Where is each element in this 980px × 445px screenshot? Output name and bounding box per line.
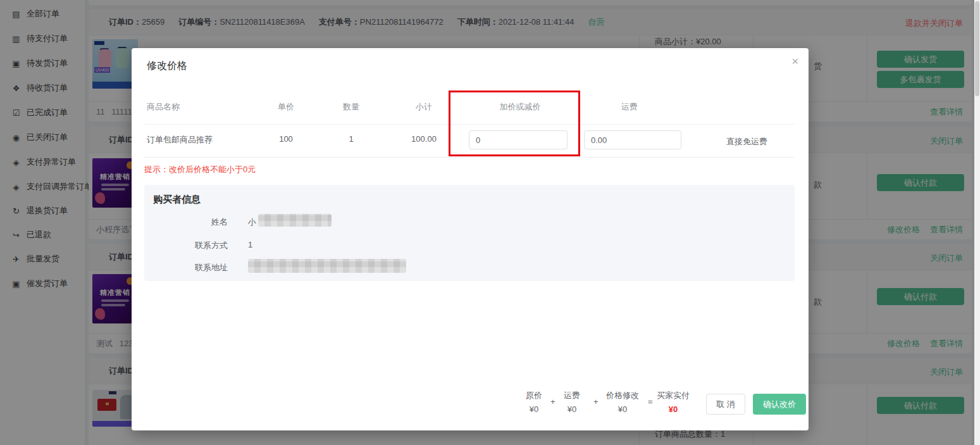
freight-input[interactable] [584, 130, 681, 149]
col-header-adjustment: 加价或减价 [500, 101, 541, 113]
original-price-value: ¥0 [530, 404, 538, 414]
original-price-label: 原价 [526, 390, 542, 401]
buyer-info-panel: 购买者信息 姓名 小 联系方式 1 联系地址 [144, 185, 795, 281]
col-header-unit-price: 单价 [278, 101, 294, 113]
row-subtotal: 100.00 [411, 134, 437, 144]
col-header-product-name: 商品名称 [147, 101, 180, 113]
scrollbar-thumb[interactable] [975, 1, 979, 96]
modify-price-modal: 修改价格 × 商品名称 单价 数量 小计 加价或减价 运费 订单包邮商品推荐 1… [132, 48, 809, 430]
plus-sign: + [593, 397, 599, 406]
contact-label: 联系方式 [152, 240, 228, 251]
freight-label: 运费 [564, 390, 580, 401]
col-header-quantity: 数量 [343, 101, 359, 113]
buyer-pay-label: 买家实付 [657, 390, 690, 401]
name-label: 姓名 [152, 216, 228, 228]
buyer-info-title: 购买者信息 [153, 194, 201, 206]
redacted-address [248, 259, 406, 273]
close-icon[interactable]: × [791, 56, 798, 67]
plus-sign: + [550, 397, 555, 406]
buyer-contact-value: 1 [248, 240, 252, 249]
redacted-name [258, 214, 332, 227]
address-label: 联系地址 [152, 262, 228, 273]
row-product-name: 订单包邮商品推荐 [147, 134, 213, 146]
table-divider [144, 124, 795, 125]
equals-sign: = [648, 397, 653, 406]
buyer-pay-value: ¥0 [669, 404, 678, 414]
price-modify-value: ¥0 [618, 404, 627, 414]
scrollbar-track[interactable] [974, 0, 980, 445]
order-management-page: ▤全部订单 ▥待支付订单 ▣待发货订单 ❖待收货订单 ☑已完成订单 ◉已关闭订单… [0, 0, 980, 445]
free-freight-action[interactable]: 直接免运费 [726, 136, 767, 147]
freight-value: ¥0 [568, 404, 576, 414]
cancel-button[interactable]: 取 消 [706, 394, 745, 415]
col-header-freight: 运费 [621, 101, 638, 113]
buyer-name-visible: 小 [248, 216, 256, 228]
price-warning-text: 提示：改价后价格不能小于0元 [144, 164, 256, 175]
confirm-modify-price-button[interactable]: 确认改价 [753, 394, 806, 415]
table-divider [144, 157, 795, 158]
row-quantity: 1 [349, 134, 353, 144]
col-header-subtotal: 小计 [416, 101, 432, 113]
modal-title: 修改价格 [147, 60, 187, 73]
price-adjustment-input[interactable] [469, 130, 568, 149]
row-unit-price: 100 [279, 134, 293, 144]
price-modify-label: 价格修改 [606, 390, 639, 401]
